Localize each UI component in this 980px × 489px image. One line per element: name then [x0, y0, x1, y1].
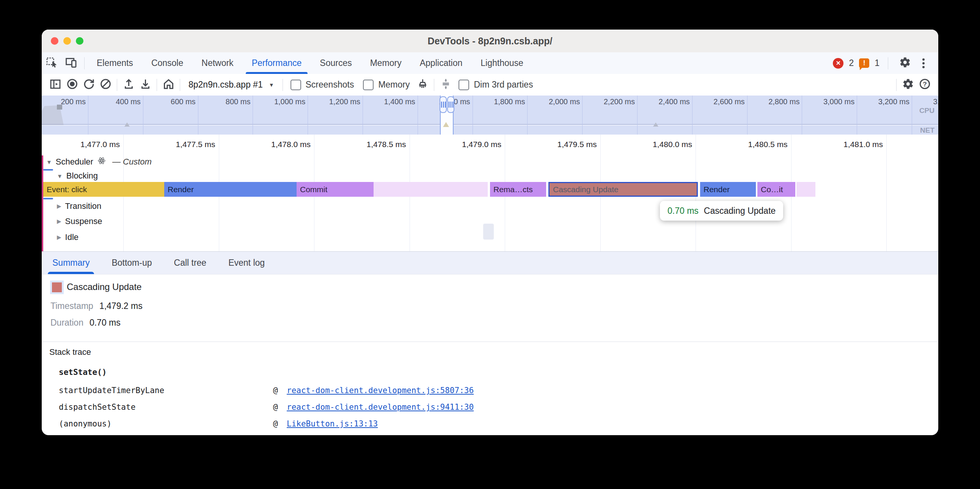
stack-frame-source-link[interactable]: LikeButton.js:13:13: [287, 419, 378, 428]
overview-gridline: [418, 95, 418, 135]
track-group-blocking[interactable]: ▼ Blocking: [57, 170, 98, 182]
help-button[interactable]: ?: [916, 76, 933, 93]
stack-frame-at: @: [273, 419, 287, 428]
record-button[interactable]: [64, 76, 80, 93]
track-group-suspense[interactable]: ▶ Suspense: [57, 215, 102, 227]
maximize-window-button[interactable]: [76, 37, 83, 45]
devtools-tabbar: ElementsConsoleNetworkPerformanceSources…: [42, 52, 938, 74]
warning-count[interactable]: 1: [875, 58, 880, 68]
divider: [157, 79, 157, 91]
ruler-tick-label: 1,478.5 ms: [367, 140, 406, 149]
overview-tick-label: 1,200 ms: [329, 97, 360, 106]
tab-summary[interactable]: Summary: [52, 252, 89, 274]
warning-icon[interactable]: !: [859, 59, 869, 68]
tab-console[interactable]: Console: [142, 52, 192, 74]
overview-tick-label: 400 ms: [116, 97, 141, 106]
scroll-indicator: [483, 224, 494, 240]
track-group-label: Idle: [65, 232, 78, 242]
stack-frame-function: (anonymous): [59, 419, 273, 428]
track-area: ▼ Scheduler — Custom ▼ Blocking Event: c…: [42, 156, 938, 251]
record-and-reload-button[interactable]: [80, 76, 97, 93]
screenshots-checkbox[interactable]: Screenshots: [286, 79, 359, 90]
overview-gridline: [143, 95, 143, 135]
expander-icon[interactable]: ▶: [57, 218, 61, 225]
overview-gridline: [692, 95, 692, 135]
timeline-overview[interactable]: CPU NET 200 ms400 ms600 ms800 ms1,000 ms…: [42, 95, 938, 135]
overview-gridline: [637, 95, 638, 135]
event-color-swatch: [52, 283, 62, 292]
flame-bar-co-it[interactable]: Co…it: [757, 182, 795, 197]
load-profile-button[interactable]: [120, 76, 137, 93]
kebab-menu-icon[interactable]: [922, 62, 924, 64]
track-group-idle[interactable]: ▶ Idle: [57, 231, 78, 243]
overview-tick-label: 3,400 ms: [933, 97, 938, 106]
selection-left-handle[interactable]: [439, 96, 447, 113]
flame-bar-render[interactable]: Render: [164, 182, 297, 197]
cpu-activity-silhouette: [42, 103, 70, 125]
expander-icon[interactable]: ▶: [57, 234, 61, 241]
overview-gridline: [473, 95, 473, 135]
flame-bar-unlabeled[interactable]: [796, 182, 815, 197]
flame-chart-row: Event: clickRenderCommitRema…ctsCascadin…: [42, 182, 938, 197]
selection-right-handle[interactable]: [447, 96, 454, 113]
clear-icon: [99, 78, 112, 92]
toggle-device-toolbar-button[interactable]: [61, 52, 81, 74]
flame-bar-event-click[interactable]: Event: click: [43, 182, 164, 197]
tab-network[interactable]: Network: [192, 52, 242, 74]
track-group-transition[interactable]: ▶ Transition: [57, 200, 101, 212]
track-group-label: Blocking: [66, 171, 98, 181]
expander-icon[interactable]: ▼: [57, 173, 62, 179]
clear-recording-button[interactable]: [97, 76, 114, 93]
expander-icon[interactable]: ▼: [46, 159, 52, 165]
tab-application[interactable]: Application: [411, 52, 472, 74]
error-count[interactable]: 2: [849, 58, 854, 68]
collect-garbage-button[interactable]: [414, 76, 431, 93]
tab-lighthouse[interactable]: Lighthouse: [471, 52, 533, 74]
chevron-down-icon: ▼: [269, 82, 274, 88]
track-resize-tick[interactable]: [43, 169, 53, 171]
memory-checkbox[interactable]: Memory: [358, 79, 414, 90]
tab-bottom-up[interactable]: Bottom-up: [111, 252, 152, 274]
collapse-sections-button[interactable]: [437, 76, 454, 93]
screenshots-label: Screenshots: [306, 79, 354, 90]
settings-button[interactable]: [897, 55, 913, 71]
stack-frame: (anonymous)@LikeButton.js:13:13: [59, 416, 923, 432]
tab-elements[interactable]: Elements: [88, 52, 142, 74]
save-profile-button[interactable]: [137, 76, 154, 93]
toggle-sidebar-button[interactable]: [47, 76, 64, 93]
minimize-window-button[interactable]: [63, 37, 71, 45]
flame-bar-unlabeled[interactable]: [374, 182, 488, 197]
tab-memory[interactable]: Memory: [361, 52, 411, 74]
target-selector[interactable]: 8p2n9n.csb.app #1 ▼: [183, 79, 280, 90]
ruler-tick-label: 1,477.5 ms: [176, 140, 215, 149]
stack-frame-source-link[interactable]: react-dom-client.development.js:5807:36: [287, 386, 474, 395]
track-resize-tick[interactable]: [43, 198, 53, 199]
tab-call-tree[interactable]: Call tree: [174, 252, 207, 274]
gc-brush-icon: [417, 78, 429, 92]
divider: [888, 57, 888, 69]
tab-performance[interactable]: Performance: [243, 52, 311, 74]
custom-track-badge: — Custom: [112, 157, 152, 167]
tab-event-log[interactable]: Event log: [228, 252, 265, 274]
atom-icon: [97, 156, 106, 168]
error-icon[interactable]: ×: [833, 58, 843, 68]
timeline-ruler: 1,477.0 ms1,477.5 ms1,478.0 ms1,478.5 ms…: [42, 135, 938, 156]
overview-gridline: [253, 95, 253, 135]
flame-bar-render[interactable]: Render: [700, 182, 756, 197]
flame-bar-commit[interactable]: Commit: [297, 182, 374, 197]
track-scheduler[interactable]: ▼ Scheduler — Custom: [46, 156, 152, 168]
inspect-element-button[interactable]: [42, 52, 61, 74]
tabbar-right-cluster: × 2 ! 1: [833, 52, 938, 74]
close-window-button[interactable]: [51, 37, 59, 45]
home-button[interactable]: [160, 76, 177, 93]
stack-frame-source-link[interactable]: react-dom-client.development.js:9411:30: [287, 403, 474, 412]
expander-icon[interactable]: ▶: [57, 203, 61, 210]
home-icon: [162, 78, 175, 92]
track-scheduler-label: Scheduler: [56, 157, 93, 167]
flame-bar-rema-cts[interactable]: Rema…cts: [490, 182, 546, 197]
overview-gridline: [198, 95, 198, 135]
tab-sources[interactable]: Sources: [310, 52, 361, 74]
capture-settings-button[interactable]: [900, 76, 916, 93]
flame-bar-cascading-update[interactable]: Cascading Update: [549, 182, 698, 197]
dim-3rd-parties-checkbox[interactable]: Dim 3rd parties: [454, 79, 538, 90]
